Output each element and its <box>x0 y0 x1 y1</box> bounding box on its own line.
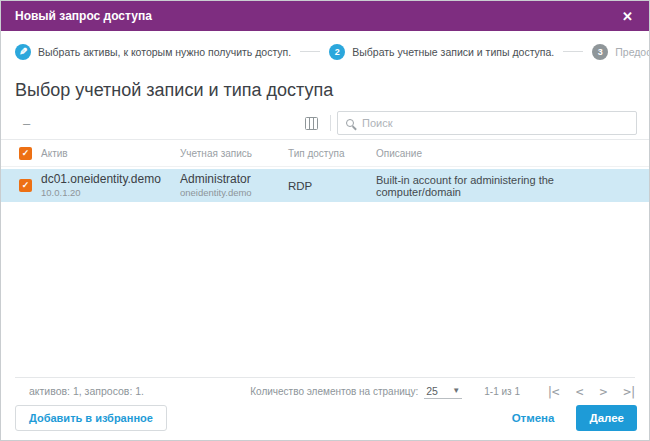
last-page-icon[interactable]: >| <box>623 384 635 399</box>
first-page-icon[interactable]: |< <box>546 384 558 399</box>
cancel-button[interactable]: Отмена <box>512 412 555 424</box>
chevron-down-icon: ▼ <box>452 386 460 395</box>
wizard-steps: ✎ Выбрать активы, к которым нужно получи… <box>1 31 649 72</box>
next-page-icon[interactable]: > <box>600 384 606 399</box>
add-to-favorites-button[interactable]: Добавить в избранное <box>15 405 167 431</box>
access-type: RDP <box>288 180 370 192</box>
step-3-number-badge: 3 <box>592 44 608 60</box>
step-connector <box>300 51 320 52</box>
dialog-actions: Добавить в избранное Отмена Далее <box>1 403 649 433</box>
account-domain: oneidentity.demo <box>180 187 282 198</box>
footer-bar: активов: 1, запросов: 1. Количество элем… <box>1 381 649 401</box>
collapse-selection-button[interactable]: – <box>19 117 34 130</box>
step-3-request-details: 3 Предоставить сведения о запросе. <box>592 44 650 60</box>
column-header-account[interactable]: Учетная запись <box>180 148 288 159</box>
page-title: Выбор учетной записи и типа доступа <box>1 72 649 111</box>
step-2-number-badge: 2 <box>329 44 345 60</box>
close-icon[interactable]: ✕ <box>622 10 633 23</box>
toolbar-divider <box>330 115 331 131</box>
account-description: Built-in account for administering the c… <box>376 174 639 198</box>
table-toolbar: – <box>1 111 649 139</box>
page-size-select[interactable]: 25 ▼ <box>424 384 462 399</box>
previous-page-icon[interactable]: < <box>576 384 582 399</box>
step-connector <box>563 51 583 52</box>
step-1-select-assets[interactable]: ✎ Выбрать активы, к которым нужно получи… <box>15 44 291 60</box>
page-size-value: 25 <box>426 385 438 397</box>
asset-name: dc01.oneidentity.demo <box>41 173 174 187</box>
search-box <box>337 111 637 135</box>
asset-ip: 10.0.1.20 <box>41 187 174 198</box>
accounts-table: ✓ Актив Учетная запись Тип доступа Описа… <box>1 139 649 202</box>
step-2-select-accounts: 2 Выбрать учетные записи и типы доступа. <box>329 44 554 60</box>
step-2-label: Выбрать учетные записи и типы доступа. <box>352 46 554 58</box>
row-checkbox[interactable]: ✓ <box>19 179 32 192</box>
account-name: Administrator <box>180 173 282 187</box>
selection-summary: активов: 1, запросов: 1. <box>29 385 144 397</box>
select-all-checkbox[interactable]: ✓ <box>19 147 32 160</box>
pencil-icon: ✎ <box>15 44 31 60</box>
column-header-description[interactable]: Описание <box>376 148 649 159</box>
search-input[interactable] <box>362 117 628 129</box>
column-header-access-type[interactable]: Тип доступа <box>288 148 376 159</box>
table-row[interactable]: ✓ dc01.oneidentity.demo 10.0.1.20 Admini… <box>1 169 649 202</box>
page-size-label: Количество элементов на страницу: <box>250 386 418 397</box>
step-3-label: Предоставить сведения о запросе. <box>615 46 650 58</box>
dialog-title: Новый запрос доступа <box>15 9 152 23</box>
column-header-asset[interactable]: Актив <box>41 148 180 159</box>
column-picker-icon[interactable] <box>299 117 324 130</box>
footer-divider <box>15 377 635 378</box>
step-1-label: Выбрать активы, к которым нужно получить… <box>38 46 291 58</box>
page-range-label: 1-1 из 1 <box>484 386 520 397</box>
search-icon <box>346 119 354 127</box>
table-header-row: ✓ Актив Учетная запись Тип доступа Описа… <box>1 139 649 167</box>
dialog-titlebar: Новый запрос доступа ✕ <box>1 1 649 31</box>
next-button[interactable]: Далее <box>576 405 637 431</box>
pagination-controls: |< < > >| <box>546 384 635 399</box>
